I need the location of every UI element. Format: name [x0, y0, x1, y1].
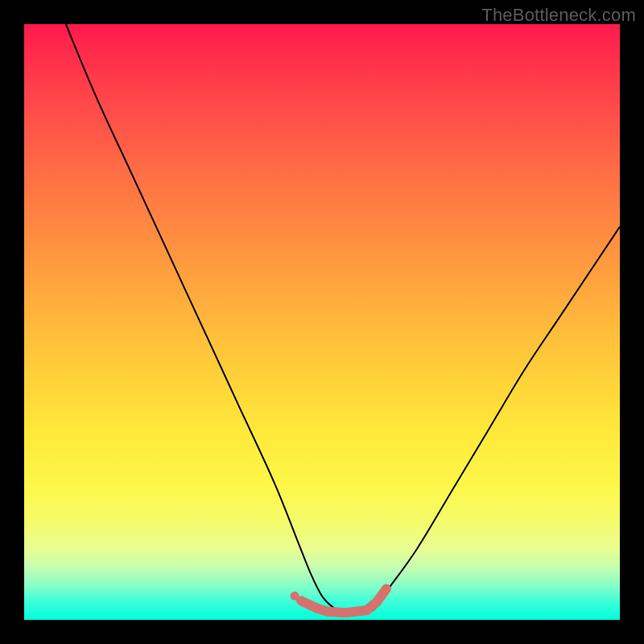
marker-group — [291, 589, 386, 613]
chart-frame: TheBottleneck.com — [0, 0, 644, 644]
marker-segment — [377, 589, 386, 602]
marker-dot — [291, 592, 299, 601]
watermark-text: TheBottleneck.com — [481, 5, 636, 26]
curve-group — [66, 24, 620, 615]
bottleneck-curve — [66, 24, 620, 615]
plot-area — [24, 24, 620, 620]
curve-layer — [24, 24, 620, 620]
